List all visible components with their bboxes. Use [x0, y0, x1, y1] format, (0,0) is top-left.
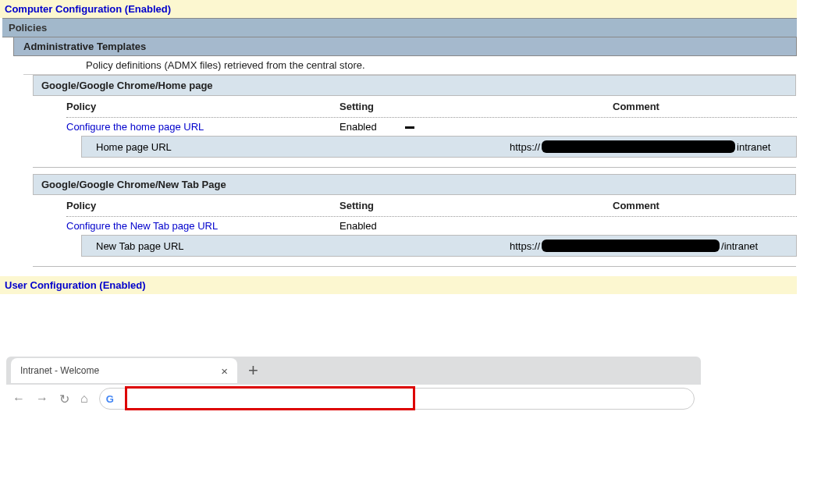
newtab-policy-link[interactable]: Configure the New Tab page URL — [66, 220, 339, 232]
browser-toolbar: ← → ↻ ⌂ G — [6, 385, 701, 413]
new-tab-button[interactable]: + — [248, 360, 258, 381]
google-icon: G — [106, 393, 114, 405]
highlight-box — [125, 386, 415, 410]
home-icon[interactable]: ⌂ — [80, 392, 88, 406]
back-icon[interactable]: ← — [12, 392, 25, 406]
home-policy-link[interactable]: Configure the home page URL — [66, 121, 339, 133]
table-row: Configure the home page URL Enabled — [66, 118, 797, 136]
reload-icon[interactable]: ↻ — [59, 392, 69, 406]
col-policy-header: Policy — [66, 101, 339, 112]
home-page-path: Google/Google Chrome/Home page — [33, 75, 796, 96]
col-setting-header: Setting — [339, 200, 613, 211]
home-sub-value: https://intranet — [510, 140, 796, 153]
redacted-text — [542, 140, 735, 153]
browser-tab[interactable]: Intranet - Welcome × — [11, 358, 237, 383]
newtab-page-path: Google/Google Chrome/New Tab Page — [33, 174, 796, 195]
col-policy-header: Policy — [66, 200, 339, 211]
section-divider — [33, 266, 796, 267]
newtab-sub-label: New Tab page URL — [82, 240, 510, 252]
col-comment-header: Comment — [613, 200, 797, 211]
forward-icon[interactable]: → — [36, 392, 48, 406]
computer-config-header: Computer Configuration (Enabled) — [0, 0, 797, 18]
policy-defs-info: Policy definitions (ADMX files) retrieve… — [23, 56, 796, 75]
address-bar[interactable]: G — [99, 388, 695, 410]
newtab-sub-row: New Tab page URL https:///intranet — [81, 235, 797, 257]
newtab-sub-value: https:///intranet — [510, 240, 796, 252]
tab-title: Intranet - Welcome — [20, 365, 99, 376]
table-header: Policy Setting Comment — [66, 195, 797, 217]
home-sub-label: Home page URL — [82, 141, 510, 153]
section-divider — [33, 167, 796, 168]
col-comment-header: Comment — [613, 101, 797, 112]
newtab-setting-value: Enabled — [339, 220, 613, 232]
table-row: Configure the New Tab page URL Enabled — [66, 217, 797, 235]
table-header: Policy Setting Comment — [66, 96, 797, 118]
admin-templates-band: Administrative Templates — [13, 37, 797, 56]
chrome-browser: Intranet - Welcome × + ← → ↻ ⌂ G — [6, 357, 701, 413]
home-sub-row: Home page URL https://intranet — [81, 136, 797, 158]
home-setting-value: Enabled — [339, 121, 613, 133]
close-icon[interactable]: × — [221, 364, 228, 378]
user-config-header: User Configuration (Enabled) — [0, 276, 797, 294]
redacted-text — [542, 240, 720, 252]
col-setting-header: Setting — [339, 101, 613, 112]
collapse-icon[interactable] — [405, 126, 414, 129]
tab-strip: Intranet - Welcome × + — [6, 357, 701, 385]
policies-band: Policies — [2, 18, 797, 37]
